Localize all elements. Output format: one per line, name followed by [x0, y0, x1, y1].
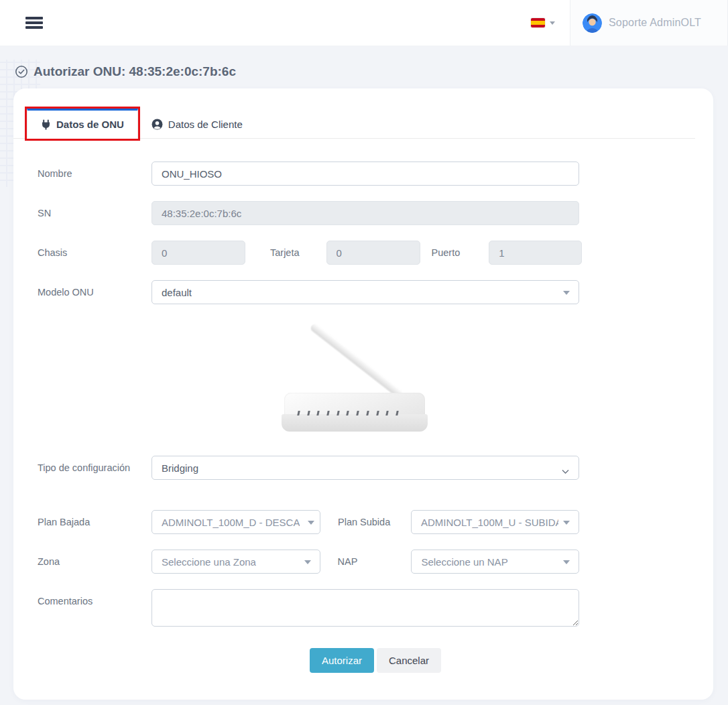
tipo-configuracion-value: Bridging — [162, 462, 198, 474]
nombre-input[interactable] — [151, 162, 579, 186]
nombre-label: Nombre — [38, 162, 151, 186]
plan-subida-label: Plan Subida — [338, 510, 411, 527]
tabs: Datos de ONU Datos de Cliente — [13, 88, 695, 139]
sn-input — [151, 201, 579, 225]
avatar — [583, 13, 602, 33]
zona-placeholder: Seleccione una Zona — [162, 556, 256, 568]
form-row-planes: Plan Bajada ADMINOLT_100M_D - DESCAR... … — [38, 510, 713, 534]
cancelar-button[interactable]: Cancelar — [377, 648, 441, 673]
caret-down-icon — [308, 521, 314, 525]
plan-bajada-value: ADMINOLT_100M_D - DESCAR... — [162, 517, 300, 528]
modelo-onu-label: Modelo ONU — [38, 280, 151, 304]
chasis-label: Chasis — [38, 241, 151, 265]
card: Datos de ONU Datos de Cliente Nombre — [13, 88, 713, 700]
topbar-right: Soporte AdminOLT — [531, 0, 728, 46]
tarjeta-input — [326, 241, 420, 265]
language-dropdown[interactable] — [531, 18, 555, 27]
autorizar-button[interactable]: Autorizar — [310, 648, 374, 673]
check-circle-icon — [15, 65, 28, 78]
chasis-input — [151, 241, 245, 265]
zona-select[interactable]: Seleccione una Zona — [151, 550, 320, 574]
form-row-comentarios: Comentarios — [38, 589, 713, 629]
caret-down-icon — [563, 521, 570, 525]
tipo-configuracion-select[interactable]: Bridging — [151, 456, 579, 480]
page-title-text: Autorizar ONU: 48:35:2e:0c:7b:6c — [34, 64, 236, 79]
plan-bajada-label: Plan Bajada — [38, 510, 151, 534]
form-row-sn: SN — [38, 201, 713, 225]
tab-label: Datos de Cliente — [168, 119, 243, 130]
onu-form: Nombre SN Chasis Tarjeta Puerto — [13, 139, 713, 673]
user-circle-icon — [151, 119, 163, 130]
puerto-input — [489, 241, 582, 265]
modelo-onu-select[interactable]: default — [151, 280, 579, 304]
sn-label: SN — [38, 201, 151, 225]
tab-datos-de-cliente[interactable]: Datos de Cliente — [138, 111, 256, 138]
modelo-onu-value: default — [162, 287, 192, 298]
comentarios-label: Comentarios — [38, 589, 151, 629]
form-row-onu-image — [38, 311, 713, 446]
tarjeta-label: Tarjeta — [270, 247, 300, 258]
main-content: Autorizar ONU: 48:35:2e:0c:7b:6c Datos d… — [0, 46, 728, 705]
user-menu[interactable]: Soporte AdminOLT — [570, 0, 728, 46]
form-row-tipo: Tipo de configuración Bridging — [38, 456, 713, 480]
caret-down-icon — [550, 21, 555, 25]
caret-down-icon — [563, 291, 570, 295]
onu-antenna — [310, 322, 403, 397]
zona-label: Zona — [38, 550, 151, 574]
spain-flag-icon — [531, 18, 545, 27]
form-row-modelo: Modelo ONU default — [38, 280, 713, 304]
tab-label: Datos de ONU — [56, 119, 124, 130]
onu-front-face — [282, 414, 428, 432]
form-actions: Autorizar Cancelar — [38, 648, 713, 673]
page-title: Autorizar ONU: 48:35:2e:0c:7b:6c — [0, 46, 728, 79]
plan-subida-value: ADMINOLT_100M_U - SUBIDA — [421, 517, 558, 528]
nap-label: NAP — [338, 550, 412, 567]
nap-select[interactable]: Seleccione un NAP — [411, 550, 579, 574]
plan-subida-select[interactable]: ADMINOLT_100M_U - SUBIDA — [411, 510, 579, 534]
hamburger-menu-icon[interactable] — [25, 15, 43, 31]
topbar: Soporte AdminOLT — [0, 0, 728, 46]
nap-placeholder: Seleccione un NAP — [421, 556, 507, 568]
form-row-zona-nap: Zona Seleccione una Zona NAP Seleccione … — [38, 550, 713, 574]
onu-led-row — [298, 411, 398, 415]
onu-device-image — [151, 307, 579, 440]
caret-down-icon — [304, 560, 311, 564]
comentarios-textarea[interactable] — [151, 589, 579, 627]
caret-down-icon — [563, 560, 570, 564]
plug-icon — [41, 119, 51, 130]
puerto-label: Puerto — [432, 247, 461, 258]
tipo-configuracion-label: Tipo de configuración — [38, 456, 151, 480]
chevron-down-icon — [562, 465, 569, 476]
form-row-nombre: Nombre — [38, 162, 713, 186]
tab-datos-de-onu[interactable]: Datos de ONU — [27, 109, 138, 139]
plan-bajada-select[interactable]: ADMINOLT_100M_D - DESCAR... — [151, 510, 320, 534]
form-row-chasis: Chasis Tarjeta Puerto — [38, 241, 713, 265]
user-name: Soporte AdminOLT — [609, 17, 701, 29]
